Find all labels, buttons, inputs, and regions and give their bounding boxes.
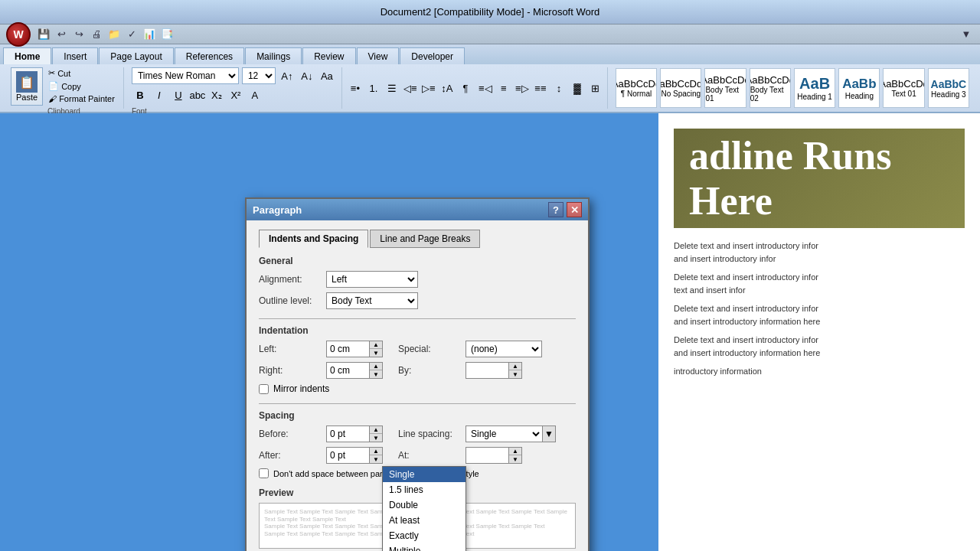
by-input-group: ▲ ▼ [466,362,522,379]
at-down[interactable]: ▼ [509,455,521,463]
underline-button[interactable]: U [170,86,187,103]
tab-insert[interactable]: Insert [52,47,98,64]
style-heading-3[interactable]: AaBbC Heading 3 [928,68,969,108]
align-center-button[interactable]: ≡ [495,80,512,96]
right-down[interactable]: ▼ [370,370,382,378]
bullets-button[interactable]: ≡• [347,80,364,96]
decrease-font-button[interactable]: A↓ [299,67,315,84]
tab-references[interactable]: References [175,47,244,64]
tab-home[interactable]: Home [3,47,51,64]
by-up[interactable]: ▲ [509,363,521,370]
style-h3-label: Heading 3 [931,90,966,99]
subscript-button[interactable]: X₂ [208,86,225,103]
bg-content-area: adline Runs Here Delete text and insert … [658,113,980,551]
strikethrough-button[interactable]: abc [189,86,206,103]
at-input[interactable] [466,447,508,464]
outline-select[interactable]: Body Text Level 1 Level 2 [326,292,418,309]
multilevel-button[interactable]: ☰ [384,80,400,96]
cut-icon: ✂ [48,68,55,78]
format-painter-button[interactable]: 🖌 Format Painter [46,93,117,104]
style-body-text-01[interactable]: AaBbCcDd Body Text 01 [704,68,746,108]
office-button[interactable]: W [6,22,31,47]
justify-button[interactable]: ≡≡ [532,80,549,96]
align-right-button[interactable]: ≡▷ [514,80,531,96]
numbering-button[interactable]: 1. [365,80,382,96]
cut-button[interactable]: ✂ Cut [46,67,117,79]
copy-button[interactable]: 📄 Copy [46,80,117,92]
dropdown-option-exactly[interactable]: Exactly [383,528,466,543]
alignment-select[interactable]: Left Centered Right Justified [326,271,418,288]
by-down[interactable]: ▼ [509,370,521,378]
dropdown-option-double[interactable]: Double [383,497,466,513]
at-up[interactable]: ▲ [509,448,521,455]
before-input[interactable] [326,425,369,442]
line-spacing-select[interactable]: Single 1.5 lines Double At least Exactly… [466,425,542,442]
document-area: adline Runs Here Delete text and insert … [0,113,980,551]
save-button[interactable]: 💾 [36,27,51,42]
special-select[interactable]: (none) First line Hanging [466,341,542,357]
dropdown-option-multiple[interactable]: Multiple [383,543,466,551]
align-left-button[interactable]: ≡◁ [477,80,494,96]
style-heading-2[interactable]: AaBb Heading [838,68,880,108]
left-label: Left: [259,344,320,354]
shading-button[interactable]: ▓ [569,80,586,96]
before-row: Before: ▲ ▼ [259,425,383,442]
left-down[interactable]: ▼ [370,349,382,357]
dropdown-option-1-5[interactable]: 1.5 lines [383,482,466,497]
style-text-01[interactable]: AaBbCcDd Text 01 [883,68,924,108]
italic-button[interactable]: I [151,86,168,103]
dialog-help-button[interactable]: ? [548,202,564,217]
before-down[interactable]: ▼ [370,434,382,442]
style-bt02-preview: AaBbCcDd [750,74,791,86]
borders-button[interactable]: ⊞ [587,80,604,96]
more-button[interactable]: ▼ [959,27,974,42]
print-button[interactable]: 🖨 [89,27,104,42]
line-spacing-dropdown-arrow[interactable]: ▼ [542,425,556,442]
tab-review[interactable]: Review [302,47,355,64]
left-up[interactable]: ▲ [370,341,382,349]
font-color-button[interactable]: A [247,86,263,103]
tab-mailings[interactable]: Mailings [245,47,302,64]
undo-button[interactable]: ↩ [54,27,69,42]
style-normal[interactable]: AaBbCcDd ¶ Normal [616,68,657,108]
open-button[interactable]: 📁 [106,27,122,42]
spelling-button[interactable]: ✓ [124,27,139,42]
bold-button[interactable]: B [132,86,149,103]
right-input[interactable] [326,362,369,379]
font-name-select[interactable]: Times New Roman Arial Calibri [132,67,239,84]
right-up[interactable]: ▲ [370,363,382,370]
tab-page-layout[interactable]: Page Layout [99,47,173,64]
superscript-button[interactable]: X² [227,86,244,103]
after-down[interactable]: ▼ [370,455,382,463]
style-body-text-02[interactable]: AaBbCcDd Body Text 02 [750,68,791,108]
mirror-checkbox[interactable] [259,384,269,394]
tab-view[interactable]: View [357,47,400,64]
font-size-select[interactable]: 12 10 14 [242,67,276,84]
dialog-tab-line-page[interactable]: Line and Page Breaks [370,230,480,248]
style-heading-1[interactable]: AaB Heading 1 [794,68,835,108]
clear-format-button[interactable]: Aa [318,67,335,84]
tab-developer[interactable]: Developer [400,47,465,64]
sort-button[interactable]: ↕A [439,80,456,96]
after-input[interactable] [326,447,369,464]
decrease-indent-button[interactable]: ◁≡ [402,80,419,96]
dropdown-option-at-least[interactable]: At least [383,513,466,528]
style-no-spacing[interactable]: AaBbCcDdE No Spacing [660,68,701,108]
dialog-tab-indents-spacing[interactable]: Indents and Spacing [259,230,368,248]
dont-add-space-checkbox[interactable] [259,468,269,478]
chart-button[interactable]: 📊 [142,27,157,42]
dropdown-option-single[interactable]: Single [383,467,466,482]
body-para-1: Delete text and insert introductory info… [674,240,965,265]
increase-indent-button[interactable]: ▷≡ [420,80,437,96]
redo-button[interactable]: ↪ [71,27,87,42]
by-input[interactable] [466,362,508,379]
show-marks-button[interactable]: ¶ [457,80,474,96]
increase-font-button[interactable]: A↑ [279,67,296,84]
before-up[interactable]: ▲ [370,426,382,434]
left-input[interactable] [326,341,369,357]
paste-button[interactable]: 📋 Paste [11,67,43,106]
doc-button[interactable]: 📑 [159,27,175,42]
line-spacing-button[interactable]: ↕ [550,80,567,96]
dialog-close-button[interactable]: ✕ [567,202,582,217]
after-up[interactable]: ▲ [370,448,382,455]
